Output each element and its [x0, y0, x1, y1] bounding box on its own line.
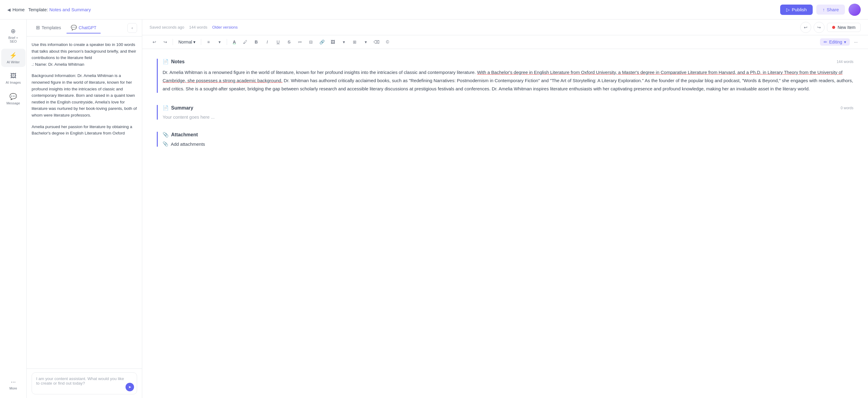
- redo-toolbar-btn[interactable]: ↪: [160, 37, 170, 47]
- attachment-section: 📎 Attachment 📎 Add attachments: [157, 132, 854, 147]
- add-attachment-btn[interactable]: 📎 Add attachments: [163, 141, 854, 147]
- redo-icon-btn[interactable]: ↪: [814, 22, 825, 33]
- underline-btn[interactable]: U: [273, 37, 283, 47]
- notes-icon: 📄: [163, 59, 169, 64]
- brief-seo-icon: ⊕: [11, 27, 16, 35]
- panel-area: ⊞ Templates 💬 ChatGPT ‹ Use this informa…: [27, 20, 142, 398]
- message-icon: 💬: [9, 93, 17, 100]
- panel-tabs: ⊞ Templates 💬 ChatGPT ‹: [27, 20, 142, 36]
- image-btn[interactable]: 🖼: [328, 37, 338, 47]
- bold-btn[interactable]: B: [251, 37, 261, 47]
- add-attachment-icon: 📎: [163, 141, 168, 147]
- templates-icon: ⊞: [36, 25, 40, 30]
- panel-collapse-button[interactable]: ‹: [127, 23, 137, 33]
- notes-section-border: 📄 Notes 144 words Dr. Amelia Whitman is …: [157, 59, 854, 93]
- left-sidebar: ⊕ Brief + SEO ⚡ AI Writer 🖼 AI Images 💬 …: [0, 20, 27, 398]
- template-prefix: Template: Notes and Summary: [28, 7, 91, 12]
- publish-button[interactable]: ▷ Publish: [780, 5, 813, 15]
- notes-para-1: Dr. Amelia Whitman is a renowned figure …: [163, 68, 854, 93]
- ai-writer-icon: ⚡: [9, 52, 17, 59]
- chat-message-1: Background Information: Dr. Amelia Whitm…: [32, 73, 137, 118]
- attachment-icon: 📎: [163, 132, 169, 138]
- edit-pencil-icon: ✏: [824, 39, 827, 45]
- chat-input-area: I am your content assistant. What would …: [27, 368, 142, 398]
- chat-placeholder: I am your content assistant. What would …: [36, 376, 124, 386]
- sidebar-item-ai-writer[interactable]: ⚡ AI Writer: [1, 49, 26, 67]
- text-style-dropdown[interactable]: Normal ▾: [175, 38, 198, 46]
- notes-section: 📄 Notes 144 words Dr. Amelia Whitman is …: [157, 59, 854, 93]
- older-versions-link[interactable]: Older versions: [212, 25, 238, 30]
- dropdown-chevron-icon: ▾: [193, 39, 195, 45]
- summary-section-title: 📄 Summary: [163, 105, 193, 111]
- strikethrough-btn[interactable]: S: [284, 37, 294, 47]
- align-dropdown-btn[interactable]: ▾: [215, 37, 224, 47]
- summary-section: 📄 Summary 0 words Your content goes here…: [157, 105, 854, 120]
- top-bar-right: ▷ Publish ↑ Share: [780, 4, 861, 16]
- toolbar-divider-2: [201, 39, 201, 45]
- align-left-btn[interactable]: ≡: [204, 37, 213, 47]
- home-link[interactable]: ◀ Home: [7, 7, 25, 12]
- editor-meta: Saved seconds ago 144 words Older versio…: [150, 25, 238, 30]
- chat-input-box[interactable]: I am your content assistant. What would …: [32, 372, 137, 394]
- template-name: Notes and Summary: [49, 7, 91, 12]
- notes-underline-text: With a Bachelor's degree in English Lite…: [163, 70, 842, 83]
- attachment-header: 📎 Attachment: [163, 132, 854, 138]
- notes-body[interactable]: Dr. Amelia Whitman is a renowned figure …: [163, 68, 854, 93]
- share-icon: ↑: [823, 7, 825, 12]
- back-chevron-icon: ◀: [7, 7, 11, 12]
- text-color-btn[interactable]: A: [229, 37, 239, 47]
- summary-icon: 📄: [163, 105, 169, 111]
- sidebar-item-ai-images[interactable]: 🖼 AI Images: [1, 69, 26, 87]
- table-btn[interactable]: ⊞: [350, 37, 360, 47]
- tab-chatgpt[interactable]: 💬 ChatGPT: [67, 22, 101, 33]
- clear-format-btn[interactable]: ⌫: [372, 37, 381, 47]
- sidebar-item-more[interactable]: ··· More: [1, 375, 26, 393]
- chatgpt-icon: 💬: [71, 25, 77, 30]
- toolbar-divider-3: [227, 39, 227, 45]
- share-button[interactable]: ↑ Share: [816, 5, 845, 15]
- toolbar-divider-1: [173, 39, 173, 45]
- top-bar: ◀ Home Template: Notes and Summary ▷ Pub…: [0, 0, 868, 20]
- new-item-button[interactable]: New Item: [827, 23, 861, 32]
- tab-templates[interactable]: ⊞ Templates: [32, 22, 65, 33]
- link-btn[interactable]: 🔗: [317, 37, 327, 47]
- avatar[interactable]: [848, 4, 861, 16]
- more-options-btn[interactable]: ···: [851, 37, 861, 47]
- image-dropdown-btn[interactable]: ▾: [339, 37, 349, 47]
- numbered-list-btn[interactable]: ⊟: [306, 37, 316, 47]
- italic-btn[interactable]: I: [262, 37, 272, 47]
- publish-icon: ▷: [786, 7, 790, 12]
- undo-toolbar-btn[interactable]: ↩: [150, 37, 159, 47]
- panel-content: Use this information to create a speaker…: [27, 36, 142, 368]
- summary-placeholder[interactable]: Your content goes here ...: [163, 114, 854, 120]
- sidebar-item-brief-seo[interactable]: ⊕ Brief + SEO: [1, 24, 26, 46]
- summary-word-count: 0 words: [841, 106, 854, 110]
- editing-mode-dropdown[interactable]: ✏ Editing ▾: [820, 38, 850, 46]
- ai-images-icon: 🖼: [10, 73, 17, 79]
- editor-actions: ↩ ↪ New Item: [800, 22, 861, 33]
- notes-section-title: 📄 Notes: [163, 59, 184, 64]
- saved-text: Saved seconds ago: [150, 25, 184, 30]
- word-count-meta: 144 words: [189, 25, 207, 30]
- top-bar-left: ◀ Home Template: Notes and Summary: [7, 7, 91, 12]
- editing-chevron-icon: ▾: [844, 39, 846, 45]
- chat-input-wrapper: I am your content assistant. What would …: [32, 372, 137, 394]
- notes-word-count: 144 words: [837, 60, 854, 64]
- chat-message-2: Amelia pursued her passion for literatur…: [32, 123, 137, 137]
- table-dropdown-btn[interactable]: ▾: [361, 37, 370, 47]
- editor-toolbar: ↩ ↪ Normal ▾ ≡ ▾ A 🖊 B I U S ≔ ⊟ 🔗 🖼 ▾ ⊞…: [142, 35, 868, 49]
- home-label: Home: [12, 7, 25, 12]
- special-char-btn[interactable]: ©: [383, 37, 392, 47]
- highlight-btn[interactable]: 🖊: [240, 37, 250, 47]
- undo-icon-btn[interactable]: ↩: [800, 22, 811, 33]
- more-icon: ···: [11, 378, 16, 385]
- new-item-dot: [832, 26, 835, 29]
- main-layout: ⊕ Brief + SEO ⚡ AI Writer 🖼 AI Images 💬 …: [0, 20, 868, 398]
- summary-section-border: 📄 Summary 0 words Your content goes here…: [157, 105, 854, 120]
- chat-messages: Use this information to create a speaker…: [27, 36, 142, 141]
- bullet-list-btn[interactable]: ≔: [295, 37, 305, 47]
- chat-send-button[interactable]: ➤: [126, 383, 134, 391]
- editor-area: Saved seconds ago 144 words Older versio…: [142, 20, 868, 398]
- sidebar-item-message[interactable]: 💬 Message: [1, 90, 26, 108]
- editor-content: 📄 Notes 144 words Dr. Amelia Whitman is …: [142, 49, 868, 398]
